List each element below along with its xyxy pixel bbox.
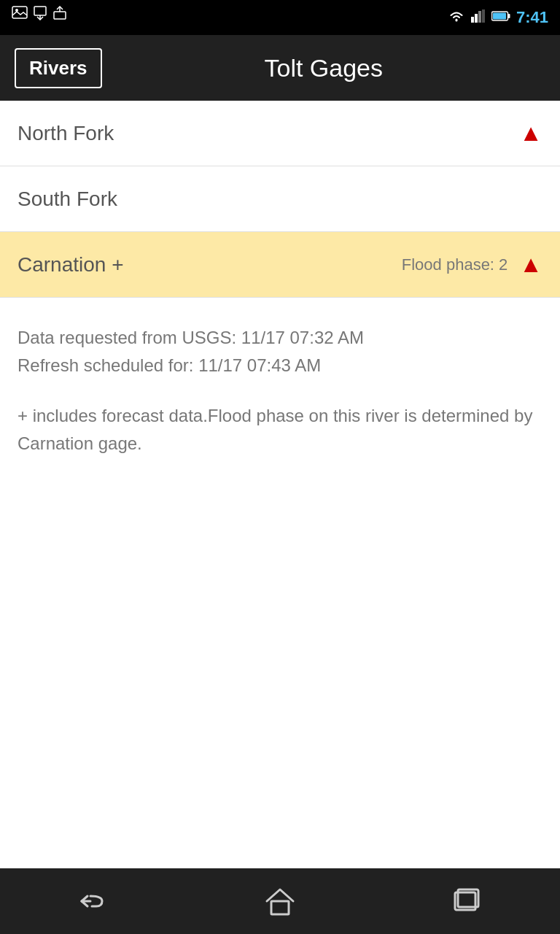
- status-right-icons: 7:41: [448, 8, 548, 27]
- home-nav-button[interactable]: [251, 879, 309, 923]
- back-nav-button[interactable]: [64, 879, 122, 923]
- wifi-icon: [448, 9, 465, 26]
- download-icon: [34, 6, 47, 23]
- carnation-label: Carnation +: [18, 253, 124, 277]
- upload-icon: [52, 6, 67, 23]
- svg-rect-7: [471, 17, 474, 23]
- nav-bar: [0, 868, 560, 934]
- carnation-arrow-icon: ▲: [519, 251, 542, 278]
- main-content: North Fork ▲ South Fork Carnation + Floo…: [0, 101, 560, 868]
- info-section: Data requested from USGS: 11/17 07:32 AM…: [0, 298, 560, 476]
- north-fork-arrow-icon: ▲: [519, 120, 542, 147]
- image-icon: [12, 6, 28, 23]
- carnation-right: Flood phase: 2 ▲: [402, 251, 542, 278]
- svg-point-6: [455, 20, 457, 22]
- recents-nav-button[interactable]: [438, 879, 496, 923]
- svg-rect-4: [54, 12, 66, 19]
- rivers-button[interactable]: Rivers: [15, 48, 102, 88]
- data-line2: Refresh scheduled for: 11/17 07:43 AM: [18, 352, 542, 379]
- list-item-carnation[interactable]: Carnation + Flood phase: 2 ▲: [0, 232, 560, 298]
- svg-rect-12: [508, 14, 510, 18]
- forecast-note: + includes forecast data.Flood phase on …: [18, 402, 542, 458]
- list-item-south-fork[interactable]: South Fork: [0, 166, 560, 232]
- data-info: Data requested from USGS: 11/17 07:32 AM…: [18, 324, 542, 380]
- status-left-icons: [12, 6, 67, 23]
- svg-rect-13: [493, 13, 506, 20]
- list-item-north-fork[interactable]: North Fork ▲: [0, 101, 560, 166]
- south-fork-label: South Fork: [18, 188, 117, 211]
- svg-rect-9: [478, 11, 481, 23]
- svg-rect-14: [271, 901, 289, 914]
- svg-rect-10: [482, 9, 485, 23]
- flood-phase-text: Flood phase: 2: [402, 255, 508, 274]
- svg-rect-8: [475, 14, 478, 23]
- battery-icon: [491, 11, 510, 24]
- data-line1: Data requested from USGS: 11/17 07:32 AM: [18, 324, 542, 352]
- svg-rect-0: [12, 7, 27, 18]
- north-fork-label: North Fork: [18, 122, 114, 145]
- status-time: 7:41: [516, 8, 548, 27]
- signal-icon: [471, 9, 486, 26]
- status-bar: 7:41: [0, 0, 560, 35]
- app-bar: Rivers Tolt Gages: [0, 35, 560, 101]
- app-title: Tolt Gages: [102, 54, 546, 82]
- svg-rect-2: [34, 7, 46, 15]
- north-fork-right: ▲: [519, 120, 542, 147]
